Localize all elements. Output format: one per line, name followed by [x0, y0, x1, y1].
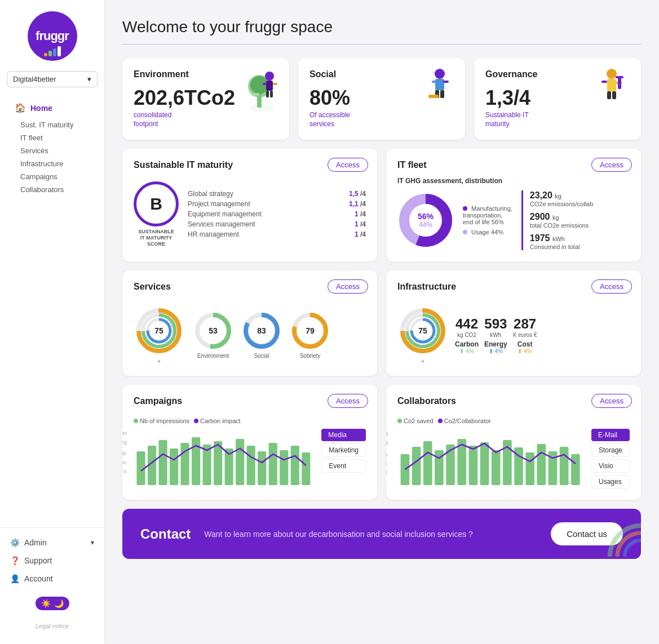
- svg-text:04: 04: [182, 480, 188, 486]
- fleet-legend-2: Usage 44%: [463, 229, 512, 236]
- svg-rect-67: [247, 446, 255, 485]
- svg-rect-68: [258, 451, 266, 485]
- infra-cost: 287 K euros € Cost ⬆ 4%: [513, 316, 537, 354]
- theme-toggle[interactable]: ☀️ 🌙: [36, 597, 69, 610]
- sidebar-item-home[interactable]: 🏠 Home: [5, 98, 100, 118]
- svg-rect-66: [236, 439, 244, 485]
- chevron-down-icon: ▾: [87, 75, 91, 83]
- campaigns-tag-event[interactable]: Event: [321, 459, 366, 473]
- social-subtitle: Of accessibleservices: [309, 111, 454, 128]
- metric-global-strategy: Global strategy 1,5 /4: [188, 190, 366, 198]
- svg-text:04: 04: [448, 480, 453, 485]
- svg-rect-78: [412, 447, 421, 485]
- admin-label: Admin: [24, 538, 47, 547]
- infrastructure-access-btn[interactable]: Access: [591, 279, 632, 294]
- sidebar-item-it-fleet[interactable]: IT fleet: [0, 131, 104, 144]
- it-fleet-subtitle: IT GHG assessment, distribution: [397, 177, 630, 185]
- collab-legend-dot-co2saved: [397, 419, 402, 423]
- account-label: Account: [24, 574, 53, 583]
- services-ring-83: 83 Social: [242, 311, 281, 359]
- campaigns-legend: Nb of impressions Carbon impact: [134, 418, 366, 424]
- campaigns-tag-media[interactable]: Media: [321, 429, 366, 441]
- fleet-stat-3: 1975 kWh Consumed in total: [530, 233, 594, 250]
- svg-text:83: 83: [257, 326, 266, 335]
- infra-carbon: 442 kg CO2 Carbon ⬆ 4%: [455, 316, 479, 354]
- services-access-btn[interactable]: Access: [328, 279, 368, 294]
- collaborators-chart: 20Tg 50Kg 10 25 0: [397, 429, 587, 488]
- environment-subtitle: consolidatedfootprint: [134, 111, 278, 128]
- theme-toggle-wrap: ☀️ 🌙: [0, 593, 104, 614]
- svg-text:01: 01: [138, 480, 144, 486]
- home-icon: 🏠: [15, 103, 26, 113]
- org-dropdown[interactable]: Digital4better ▾: [7, 71, 98, 87]
- svg-text:75: 75: [418, 326, 427, 335]
- svg-rect-83: [469, 446, 478, 485]
- legal-notice-link[interactable]: Legal notice: [0, 619, 104, 633]
- svg-rect-8: [273, 83, 277, 85]
- sidebar-item-campaigns[interactable]: Campaigns: [0, 170, 104, 183]
- fleet-legend-1: Manufacturing,transportation,end of life…: [463, 205, 512, 225]
- services-env-label: Environment: [193, 353, 233, 359]
- collaborators-chart-area: 20Tg 50Kg 10 25 0: [397, 429, 630, 488]
- gear-icon: ⚙️: [10, 538, 20, 547]
- logo: fruggr: [28, 11, 77, 61]
- services-ring-53: 53 Environment: [193, 311, 233, 359]
- collab-legend-dot-co2collab: [438, 419, 443, 423]
- it-fleet-access-btn[interactable]: Access: [591, 158, 632, 172]
- sidebar-item-services[interactable]: Services: [0, 144, 104, 157]
- infrastructure-title: Infrastructure: [397, 282, 456, 292]
- contact-us-button[interactable]: Contact us: [551, 522, 623, 545]
- top-cards-row: Environment 202,6TCo2 consolidatedfootpr…: [122, 58, 641, 140]
- sidebar-item-account[interactable]: 👤 Account: [0, 570, 104, 588]
- collaborators-legend: Co2 saved Co2/Collaborator: [397, 418, 630, 424]
- metric-hr-management: HR management 1 /4: [188, 230, 366, 238]
- collab-tag-visio[interactable]: Visio: [591, 459, 630, 473]
- sidebar: fruggr Digital4better ▾ 🏠 Home Sust. IT …: [0, 0, 104, 644]
- sustainable-it-card: Sustainable IT maturity Access B SUSTAIN…: [122, 149, 377, 261]
- campaigns-title: Campaigns: [134, 396, 182, 406]
- svg-text:79: 79: [306, 326, 315, 335]
- collab-tag-email[interactable]: E-Mail: [591, 429, 630, 441]
- logo-arc: [44, 46, 61, 56]
- sit-metrics: Global strategy 1,5 /4 Project managemen…: [188, 190, 366, 238]
- campaigns-tag-marketing[interactable]: Marketing: [321, 443, 366, 457]
- governance-card: Governance 1,3/4 Sustainable ITmaturity: [474, 58, 641, 140]
- sit-score-section: B SUSTAINABLEIT MATURITYSCORE Global str…: [134, 181, 366, 247]
- sidebar-item-sust-it[interactable]: Sust. IT maturity: [0, 118, 104, 131]
- services-card: Services Access 75 ✦: [122, 270, 377, 376]
- third-row: Services Access 75 ✦: [122, 270, 641, 376]
- sustainable-it-access-btn[interactable]: Access: [328, 158, 368, 172]
- campaigns-chart-area: 200M 100Kg 100 50 0: [134, 429, 366, 487]
- governance-subtitle: Sustainable ITmaturity: [485, 111, 630, 128]
- svg-text:75: 75: [154, 326, 163, 335]
- campaigns-access-btn[interactable]: Access: [328, 394, 368, 408]
- sidebar-item-support[interactable]: ❓ Support: [0, 552, 104, 570]
- svg-text:12: 12: [568, 480, 574, 485]
- svg-rect-62: [192, 437, 200, 485]
- page-title: Welcome to your fruggr space: [122, 18, 641, 36]
- svg-text:53: 53: [209, 326, 218, 335]
- main-content: Welcome to your fruggr space Environment…: [104, 0, 659, 644]
- collaborators-tags: E-Mail Storage Visio Usages: [591, 429, 630, 488]
- services-ring-star: ✦: [134, 358, 184, 365]
- donut-pct2: 44%: [418, 221, 434, 229]
- sidebar-item-infrastructure[interactable]: Infrastructure: [0, 157, 104, 170]
- svg-rect-60: [170, 448, 178, 485]
- second-row: Sustainable IT maturity Access B SUSTAIN…: [122, 149, 641, 261]
- sidebar-item-admin[interactable]: ⚙️ Admin ▾: [0, 534, 104, 552]
- legend-dot-mfg: [463, 206, 467, 211]
- collab-tag-usages[interactable]: Usages: [591, 475, 630, 488]
- sidebar-item-collaborators[interactable]: Collaborators: [0, 183, 104, 196]
- fleet-stat-2: 2900 kg total CO2e emissions: [530, 212, 594, 229]
- collaborators-title: Collaborators: [397, 396, 456, 406]
- infra-stats: 442 kg CO2 Carbon ⬆ 4% 593 kWh Energy ⬆ …: [455, 316, 537, 354]
- collab-tag-storage[interactable]: Storage: [591, 443, 630, 457]
- collaborators-access-btn[interactable]: Access: [591, 394, 632, 408]
- it-fleet-legend: Manufacturing,transportation,end of life…: [463, 205, 512, 236]
- services-rings: 75 ✦ 53 Environment: [134, 305, 366, 365]
- svg-rect-91: [560, 447, 569, 485]
- contact-banner: Contact Want to learn more about our dec…: [122, 509, 641, 559]
- svg-text:12: 12: [299, 480, 304, 486]
- svg-rect-13: [432, 81, 436, 83]
- it-fleet-title: IT fleet: [397, 160, 427, 170]
